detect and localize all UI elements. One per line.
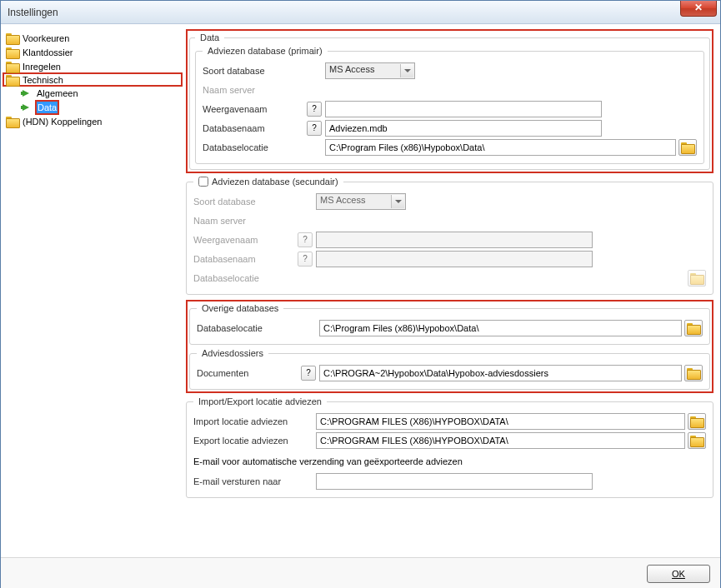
fieldset-primary: Adviezen database (primair) Soort databa…: [195, 46, 704, 164]
legend-importexport: Import/Export locatie adviezen: [193, 396, 327, 406]
legend-adviesdossiers: Adviesdossiers: [197, 348, 268, 358]
label-email-info: E-mail voor automatische verzending van …: [193, 456, 706, 466]
label-documenten: Documenten: [197, 368, 301, 378]
sidebar: Voorkeuren Klantdossier Inregelen Techni…: [1, 24, 183, 557]
fieldset-adviesdossiers: Adviesdossiers Documenten ?: [189, 348, 710, 390]
legend-secondary: Adviezen database (secundair): [193, 177, 343, 187]
fieldset-overige: Overige databases Databaselocatie: [189, 303, 710, 345]
footer: OK: [1, 557, 720, 588]
main-panel: Data Adviezen database (primair) Soort d…: [183, 24, 720, 557]
chevron-down-icon: [391, 195, 404, 208]
chevron-down-icon: [400, 64, 413, 77]
label-export-locatie: Export locatie adviezen: [193, 436, 298, 446]
label-weergavenaam-sec: Weergavenaam: [193, 235, 298, 245]
arrow-icon: [21, 102, 34, 113]
legend-data: Data: [195, 32, 224, 42]
input-databasenaam-primary[interactable]: [325, 120, 602, 137]
label-email-versturen: E-mail versturen naar: [193, 476, 298, 486]
input-documenten[interactable]: [319, 365, 682, 381]
legend-overige: Overige databases: [197, 303, 283, 313]
label-databasenaam: Databasenaam: [203, 123, 307, 133]
ok-button[interactable]: OK: [647, 565, 710, 583]
help-button[interactable]: ?: [301, 366, 316, 381]
browse-button[interactable]: [688, 432, 706, 449]
browse-button[interactable]: [678, 139, 697, 156]
browse-button[interactable]: [684, 365, 703, 381]
titlebar: Instellingen ✕: [1, 1, 720, 24]
folder-icon: [690, 416, 703, 427]
browse-button[interactable]: [688, 413, 706, 430]
input-databasenaam-secondary: [316, 251, 593, 267]
legend-primary: Adviezen database (primair): [203, 46, 328, 56]
fieldset-importexport: Import/Export locatie adviezen Import lo…: [186, 396, 713, 498]
fieldset-secondary: Adviezen database (secundair) Soort data…: [186, 177, 713, 295]
close-button[interactable]: ✕: [680, 1, 717, 17]
sidebar-item-voorkeuren[interactable]: Voorkeuren: [4, 31, 181, 45]
sidebar-item-inregelen[interactable]: Inregelen: [4, 59, 181, 73]
sidebar-item-hdn-koppelingen[interactable]: (HDN) Koppelingen: [4, 114, 181, 128]
arrow-icon: [21, 87, 34, 99]
folder-icon: [6, 74, 19, 86]
input-weergavenaam-primary[interactable]: [325, 101, 602, 117]
label-soort-database-sec: Soort database: [193, 197, 298, 207]
folder-icon: [6, 32, 19, 44]
fieldset-data: Data Adviezen database (primair) Soort d…: [189, 32, 710, 170]
folder-icon: [6, 61, 19, 72]
folder-icon: [690, 435, 703, 446]
label-databaselocatie: Databaselocatie: [203, 142, 307, 152]
label-weergavenaam: Weergavenaam: [203, 104, 307, 114]
folder-icon: [687, 367, 700, 379]
folder-icon: [6, 47, 19, 58]
folder-icon: [687, 322, 700, 334]
label-databaselocatie-sec: Databaselocatie: [193, 273, 298, 283]
input-email[interactable]: [316, 473, 593, 490]
sidebar-item-klantdossier[interactable]: Klantdossier: [4, 45, 181, 59]
label-naam-server-sec: Naam server: [193, 216, 298, 226]
browse-button[interactable]: [684, 320, 703, 336]
folder-icon: [690, 272, 703, 284]
sidebar-item-data[interactable]: Data: [4, 100, 181, 114]
folder-icon: [681, 142, 694, 153]
help-button: ?: [298, 252, 313, 267]
input-export-locatie[interactable]: [316, 432, 685, 449]
window-title: Instellingen: [8, 7, 58, 18]
select-soort-database-secondary: MS Access: [316, 193, 406, 210]
input-weergavenaam-secondary: [316, 232, 593, 248]
checkbox-secondary-enable[interactable]: [198, 177, 208, 187]
folder-icon: [6, 116, 19, 127]
select-soort-database-primary[interactable]: MS Access: [325, 62, 415, 79]
sidebar-item-technisch[interactable]: Technisch: [3, 72, 183, 87]
help-button[interactable]: ?: [307, 102, 322, 117]
input-databaselocatie-primary[interactable]: [325, 139, 676, 156]
input-import-locatie[interactable]: [316, 413, 685, 430]
label-databasenaam-sec: Databasenaam: [193, 254, 298, 264]
close-icon: ✕: [694, 2, 703, 13]
label-import-locatie: Import locatie adviezen: [193, 416, 298, 426]
label-soort-database: Soort database: [203, 66, 307, 76]
input-databaselocatie-overige[interactable]: [319, 320, 682, 336]
label-naam-server: Naam server: [203, 85, 307, 95]
browse-button: [688, 270, 706, 287]
help-button: ?: [298, 232, 313, 247]
help-button[interactable]: ?: [307, 121, 322, 136]
sidebar-item-algemeen[interactable]: Algemeen: [4, 86, 181, 100]
label-databaselocatie-ov: Databaselocatie: [197, 323, 301, 333]
